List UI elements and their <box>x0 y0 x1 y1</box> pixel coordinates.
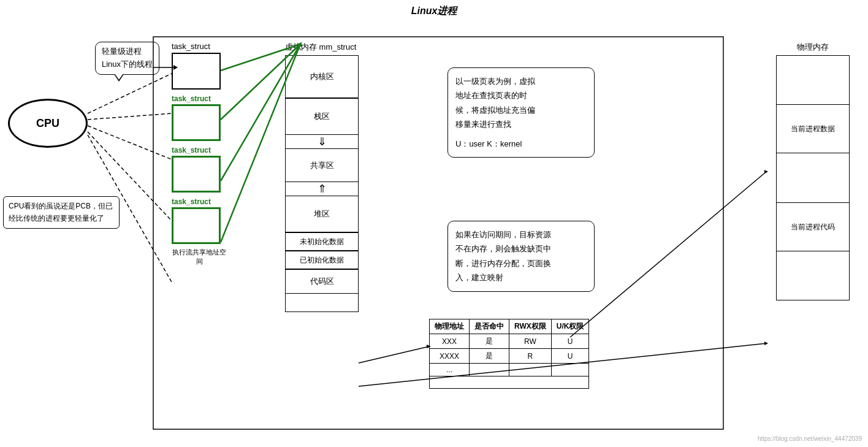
phys-mem-title: 物理内存 <box>776 42 850 53</box>
vmem-init: 已初始化数据 <box>285 251 359 269</box>
phys-empty-mid <box>776 153 850 202</box>
cell-addr-2: XXXX <box>430 349 470 364</box>
speech-line1: 轻量级进程 <box>102 45 153 58</box>
svg-marker-18 <box>764 342 768 345</box>
phys-data: 当前进程数据 <box>776 104 850 153</box>
svg-line-15 <box>570 172 766 337</box>
vmem-shared: 共享区 <box>285 148 359 182</box>
cell-empty <box>430 376 589 389</box>
svg-line-13 <box>359 346 429 363</box>
svg-line-2 <box>88 113 172 120</box>
cell-rwx-3 <box>509 364 552 376</box>
col-rwx: RWX权限 <box>509 319 552 334</box>
vmem-heap: 堆区 <box>285 196 359 232</box>
task-struct-label-3: task_struct <box>172 197 227 206</box>
vmem-stack: 栈区 <box>285 98 359 135</box>
task-box-green-2 <box>172 156 221 193</box>
cell-hit-2: 是 <box>470 349 509 364</box>
phys-mem: 物理内存 当前进程数据 当前进程代码 <box>776 42 850 300</box>
info-box-1: 以一级页表为例，虚拟 地址在查找页表的时 候，将虚拟地址充当偏 移量来进行查找 … <box>447 67 595 158</box>
info1-line4: 移量来进行查找 <box>455 117 587 131</box>
info2-line1: 如果在访问期间，目标资源 <box>455 227 587 242</box>
vmem-bottom <box>285 294 359 312</box>
watermark: https://blog.csdn.net/weixin_44472039 <box>758 435 862 442</box>
svg-line-3 <box>88 126 172 159</box>
cell-uk-1: U <box>551 334 589 349</box>
cpu-note: CPU看到的虽说还是PCB，但已经比传统的进程要更轻量化了 <box>3 196 120 229</box>
cell-hit-3 <box>470 364 509 376</box>
task-column: task_struct task_struct task_struct task… <box>172 42 227 266</box>
col-phys-addr: 物理地址 <box>430 319 470 334</box>
info1-line1: 以一级页表为例，虚拟 <box>455 74 587 88</box>
task-struct-label-1: task_struct <box>172 94 227 103</box>
cell-rwx-1: RW <box>509 334 552 349</box>
info1-line2: 地址在查找页表的时 <box>455 88 587 102</box>
phys-empty-bot <box>776 251 850 300</box>
task-box-green-3 <box>172 207 221 244</box>
cpu-note-text: CPU看到的虽说还是PCB，但已经比传统的进程要更轻量化了 <box>9 202 113 223</box>
table-row: ... <box>430 364 589 376</box>
info1-line3: 候，将虚拟地址充当偏 <box>455 103 587 117</box>
cpu-label: CPU <box>36 117 59 130</box>
task-box-green-1 <box>172 104 221 141</box>
page-title: Linux进程 <box>0 0 868 20</box>
vmem-uninit: 未初始化数据 <box>285 232 359 251</box>
diagram-container: CPU 轻量级进程 Linux下的线程 CPU看到的虽说还是PCB，但已经比传统… <box>0 18 868 447</box>
cpu-ellipse: CPU <box>8 99 88 148</box>
task-box-1 <box>172 53 221 90</box>
svg-line-1 <box>88 74 172 113</box>
col-hit: 是否命中 <box>470 319 509 334</box>
info2-line3: 断，进行内存分配，页面换 <box>455 256 587 270</box>
cell-addr-1: XXX <box>430 334 470 349</box>
table-row: XXX 是 RW U <box>430 334 589 349</box>
info2-line4: 入，建立映射 <box>455 270 587 285</box>
arrow-down: ⇓ <box>285 135 359 148</box>
task-struct-title: task_struct <box>172 42 227 51</box>
phys-code: 当前进程代码 <box>776 202 850 251</box>
table-row: XXXX 是 R U <box>430 349 589 364</box>
task-struct-label-2: task_struct <box>172 146 227 155</box>
info2-line2: 不在内存，则会触发缺页中 <box>455 242 587 256</box>
vmem-code: 代码区 <box>285 269 359 294</box>
speech-bubble: 轻量级进程 Linux下的线程 <box>95 42 159 75</box>
speech-line2: Linux下的线程 <box>102 58 153 71</box>
shared-label: 执行流共享地址空间 <box>172 248 227 266</box>
cell-hit-1: 是 <box>470 334 509 349</box>
phys-empty-top <box>776 55 850 104</box>
svg-marker-16 <box>764 170 768 174</box>
cell-rwx-2: R <box>509 349 552 364</box>
page-table: 物理地址 是否命中 RWX权限 U/K权限 XXX 是 RW U XXXX 是 … <box>429 319 589 389</box>
cell-addr-3: ... <box>430 364 470 376</box>
arrow-up: ⇑ <box>285 182 359 196</box>
table-row <box>430 376 589 389</box>
vmem-column: 虚拟内存 mm_struct 内核区 栈区 ⇓ 共享区 ⇑ 堆区 未初始化数据 … <box>285 42 365 312</box>
vmem-title: 虚拟内存 mm_struct <box>285 42 365 53</box>
info1-line5: U：user K：kernel <box>455 137 587 151</box>
cell-uk-3 <box>551 364 589 376</box>
info-box-2: 如果在访问期间，目标资源 不在内存，则会触发缺页中 断，进行内存分配，页面换 入… <box>447 221 595 292</box>
cell-uk-2: U <box>551 349 589 364</box>
vmem-kernel: 内核区 <box>285 55 359 98</box>
col-uk: U/K权限 <box>551 319 589 334</box>
